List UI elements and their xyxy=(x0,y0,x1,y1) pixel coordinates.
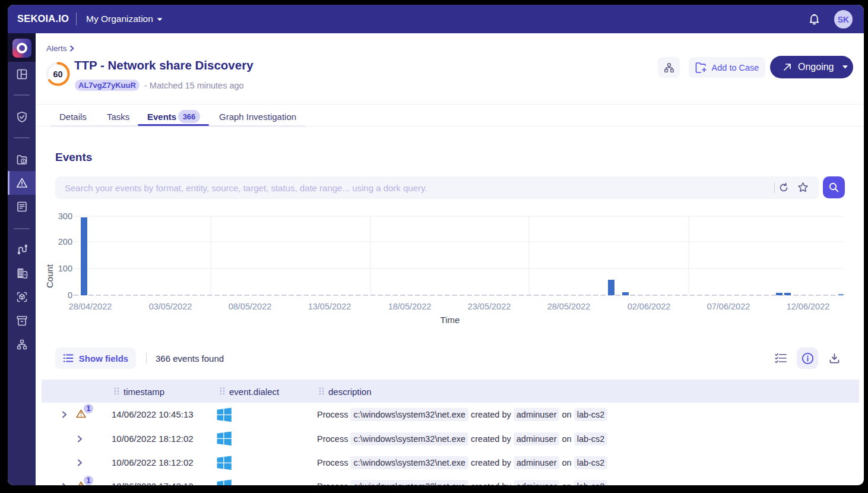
svg-text:13/05/2022: 13/05/2022 xyxy=(308,302,351,311)
svg-text:300: 300 xyxy=(58,211,72,221)
svg-text:03/05/2022: 03/05/2022 xyxy=(149,302,192,311)
svg-text:28/04/2022: 28/04/2022 xyxy=(69,302,112,311)
svg-text:23/05/2022: 23/05/2022 xyxy=(468,302,511,311)
svg-text:200: 200 xyxy=(58,237,72,246)
svg-text:Count: Count xyxy=(45,264,55,288)
svg-text:02/06/2022: 02/06/2022 xyxy=(628,302,671,311)
svg-text:12/06/2022: 12/06/2022 xyxy=(787,302,830,311)
svg-text:07/06/2022: 07/06/2022 xyxy=(707,302,750,311)
svg-text:Time: Time xyxy=(441,315,460,325)
svg-text:100: 100 xyxy=(58,264,72,273)
svg-text:18/05/2022: 18/05/2022 xyxy=(388,302,432,311)
svg-text:08/05/2022: 08/05/2022 xyxy=(229,302,272,311)
svg-text:28/05/2022: 28/05/2022 xyxy=(547,302,591,311)
svg-text:60: 60 xyxy=(53,69,62,79)
svg-text:0: 0 xyxy=(68,290,72,300)
